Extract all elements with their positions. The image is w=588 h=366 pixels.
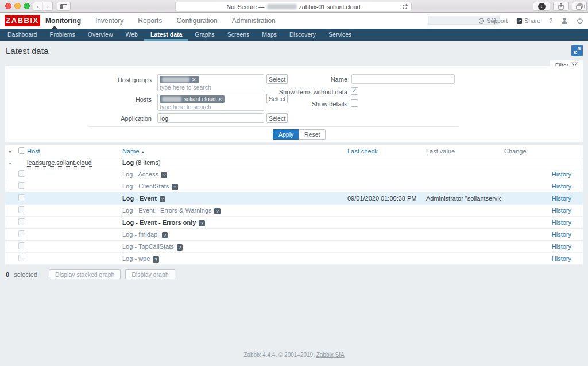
column-last-check[interactable]: Last check <box>345 145 423 157</box>
share-link[interactable]: Share <box>516 17 540 24</box>
support-link[interactable]: Support <box>478 17 508 24</box>
subnav-discovery[interactable]: Discovery <box>283 29 322 41</box>
item-name[interactable]: Log - Event - Errors only <box>122 219 196 226</box>
change-value <box>501 205 540 217</box>
selected-label: selected <box>14 271 37 278</box>
row-checkbox[interactable] <box>18 255 24 261</box>
sidebar-button[interactable] <box>57 2 71 11</box>
subnav-latest-data[interactable]: Latest data <box>144 29 188 41</box>
select-all-checkbox[interactable] <box>18 147 24 154</box>
show-items-without-data-checkbox[interactable] <box>351 87 358 95</box>
user-profile-link[interactable] <box>561 17 568 24</box>
subnav-services[interactable]: Services <box>322 29 358 41</box>
last-value <box>423 205 501 217</box>
host-groups-search-input[interactable] <box>160 84 257 91</box>
row-checkbox[interactable] <box>18 242 24 249</box>
item-name[interactable]: Log - Event <box>122 195 157 202</box>
row-checkbox[interactable] <box>18 182 24 189</box>
description-badge-icon[interactable]: ? <box>214 208 220 214</box>
show-details-checkbox[interactable] <box>351 99 358 107</box>
display-graph-button[interactable]: Display graph <box>125 269 175 279</box>
logout-link[interactable] <box>577 17 583 24</box>
item-name[interactable]: Log - Access <box>122 171 158 178</box>
selected-count: 0 <box>6 271 9 278</box>
zabbix-header: ZABBIX MonitoringInventoryReportsConfigu… <box>0 13 588 29</box>
display-stacked-graph-button[interactable]: Display stacked graph <box>49 269 121 279</box>
kiosk-mode-button[interactable] <box>571 45 583 56</box>
remove-host-icon[interactable]: ✕ <box>218 97 223 102</box>
history-link[interactable]: History <box>552 243 571 250</box>
description-badge-icon[interactable]: ? <box>177 244 183 251</box>
remove-host-group-icon[interactable]: ✕ <box>192 77 196 83</box>
subnav-web[interactable]: Web <box>119 29 144 41</box>
application-select-button[interactable]: Select <box>266 113 288 123</box>
history-link[interactable]: History <box>552 195 571 202</box>
menu-configuration[interactable]: Configuration <box>176 17 217 25</box>
history-link[interactable]: History <box>552 231 571 238</box>
item-name[interactable]: Log - wpe <box>122 255 150 262</box>
host-groups-input[interactable]: ✕ <box>157 74 264 91</box>
downloads-button[interactable]: ↓ <box>533 2 550 11</box>
description-badge-icon[interactable]: ? <box>162 232 168 238</box>
subnav-maps[interactable]: Maps <box>256 29 283 41</box>
item-name[interactable]: Log - fmidapi <box>122 231 159 238</box>
history-link[interactable]: History <box>552 207 571 214</box>
reload-icon[interactable] <box>401 3 408 11</box>
row-checkbox[interactable] <box>18 230 24 237</box>
item-name[interactable]: Log - ClientStats <box>122 183 169 190</box>
description-badge-icon[interactable]: ? <box>161 172 167 178</box>
subnav-screens[interactable]: Screens <box>221 29 256 41</box>
menu-reports[interactable]: Reports <box>138 17 162 25</box>
row-checkbox[interactable] <box>18 170 24 177</box>
new-tab-button[interactable]: + <box>582 2 587 10</box>
host-link[interactable]: leadsurge.soliant.cloud <box>27 159 92 167</box>
url-redacted-segment <box>267 4 297 9</box>
minimize-window-button[interactable] <box>14 3 21 9</box>
footer-vendor-link[interactable]: Zabbix SIA <box>316 352 345 358</box>
last-value <box>423 217 501 229</box>
history-link[interactable]: History <box>552 171 571 178</box>
subnav-problems[interactable]: Problems <box>43 29 81 41</box>
apply-button[interactable]: Apply <box>273 129 299 140</box>
item-name[interactable]: Log - Event - Errors & Warnings <box>122 207 211 214</box>
last-value <box>423 168 501 180</box>
column-name[interactable]: Name▲ <box>119 145 345 157</box>
column-host[interactable]: Host <box>24 145 119 157</box>
history-link[interactable]: History <box>552 183 571 190</box>
share-button[interactable] <box>553 2 569 11</box>
menu-administration[interactable]: Administration <box>232 17 276 25</box>
subnav-dashboard[interactable]: Dashboard <box>1 29 43 41</box>
description-badge-icon[interactable]: ? <box>160 196 165 202</box>
row-checkbox[interactable] <box>18 194 24 201</box>
subnav-graphs[interactable]: Graphs <box>188 29 220 41</box>
reset-button[interactable]: Reset <box>299 129 326 140</box>
header-search-input[interactable] <box>428 18 486 26</box>
menu-inventory[interactable]: Inventory <box>95 17 123 25</box>
name-filter-input[interactable] <box>351 74 455 84</box>
back-button[interactable]: ‹ <box>33 2 42 11</box>
zoom-window-button[interactable] <box>24 3 30 9</box>
subnav-overview[interactable]: Overview <box>82 29 119 41</box>
last-check-value <box>345 253 423 265</box>
application-input[interactable] <box>157 113 264 123</box>
row-checkbox[interactable] <box>18 206 24 213</box>
history-link[interactable]: History <box>552 255 571 262</box>
main-menu: MonitoringInventoryReportsConfigurationA… <box>45 13 276 29</box>
menu-monitoring[interactable]: Monitoring <box>45 17 81 25</box>
collapse-host-icon[interactable]: ▼ <box>8 161 12 165</box>
change-value <box>501 253 540 265</box>
forward-button[interactable]: › <box>43 2 53 11</box>
description-badge-icon[interactable]: ? <box>153 256 158 263</box>
hosts-input[interactable]: soliant.cloud✕ <box>157 94 264 111</box>
help-link[interactable]: ? <box>549 17 552 24</box>
zabbix-logo[interactable]: ZABBIX <box>5 15 40 26</box>
description-badge-icon[interactable]: ? <box>199 220 204 226</box>
collapse-all-icon[interactable]: ▼ <box>8 150 12 154</box>
hosts-search-input[interactable] <box>160 103 257 110</box>
item-name[interactable]: Log - TopCallStats <box>122 243 174 250</box>
close-window-button[interactable] <box>5 3 11 9</box>
history-link[interactable]: History <box>552 219 571 226</box>
description-badge-icon[interactable]: ? <box>172 184 177 190</box>
row-checkbox[interactable] <box>18 218 24 225</box>
address-bar[interactable]: Not Secure — zabbix-01.soliant.cloud <box>175 2 412 11</box>
